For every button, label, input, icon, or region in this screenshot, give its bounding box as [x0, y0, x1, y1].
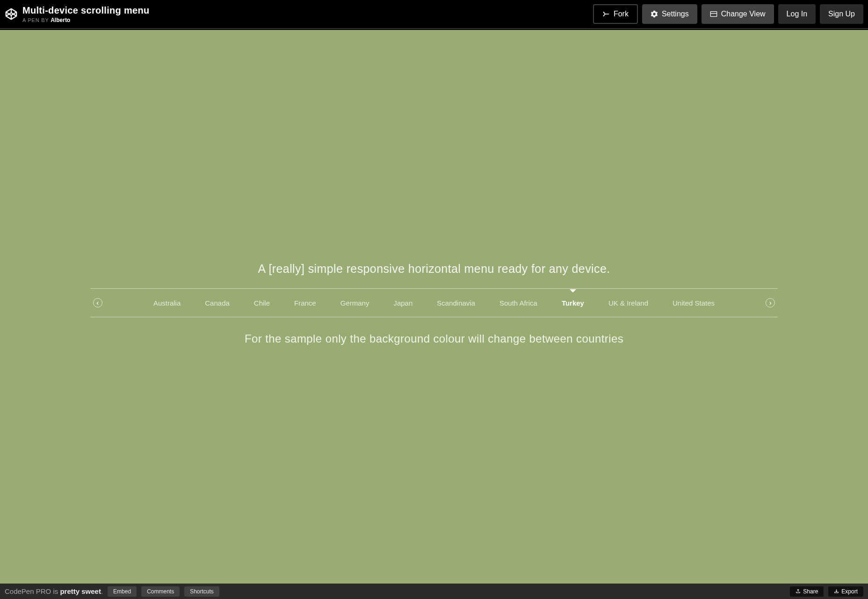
menu-item[interactable]: Australia	[153, 290, 181, 316]
lead-text: A [really] simple responsive horizontal …	[90, 30, 778, 276]
gear-icon	[651, 10, 658, 18]
promo-prefix: CodePen PRO is	[5, 587, 60, 595]
share-icon	[796, 589, 801, 594]
footer-promo[interactable]: CodePen PRO is pretty sweet.	[5, 587, 103, 595]
sub-text: For the sample only the background colou…	[90, 332, 778, 345]
export-label: Export	[841, 588, 858, 595]
chevron-left-icon	[96, 300, 100, 307]
promo-highlight: pretty sweet	[60, 587, 101, 595]
comments-button[interactable]: Comments	[141, 586, 180, 597]
title-block: Multi-device scrolling menu A PEN BY Alb…	[22, 5, 149, 23]
header-actions: Fork Settings Change View Log In Sign Up	[593, 4, 863, 24]
menu-item[interactable]: Turkey	[562, 290, 584, 316]
app-header: Multi-device scrolling menu A PEN BY Alb…	[0, 0, 868, 29]
change-view-button[interactable]: Change View	[702, 4, 774, 24]
menu-item[interactable]: UK & Ireland	[608, 290, 648, 316]
pen-author-link[interactable]: Alberto	[51, 17, 70, 23]
pen-byline: A PEN BY Alberto	[22, 17, 149, 23]
settings-label: Settings	[662, 10, 689, 18]
menu-item[interactable]: Germany	[340, 290, 369, 316]
signup-label: Sign Up	[828, 10, 855, 18]
fork-button[interactable]: Fork	[593, 4, 638, 24]
promo-suffix: .	[101, 587, 103, 595]
share-label: Share	[803, 588, 818, 595]
menu-item[interactable]: Scandinavia	[437, 290, 475, 316]
pen-by-prefix: A PEN BY	[22, 17, 51, 23]
fork-label: Fork	[614, 10, 629, 18]
pen-title[interactable]: Multi-device scrolling menu	[22, 5, 149, 16]
signup-button[interactable]: Sign Up	[820, 4, 863, 24]
scrolling-menu: AustraliaCanadaChileFranceGermanyJapanSc…	[90, 288, 778, 317]
menu-item[interactable]: United States	[673, 290, 715, 316]
menu-item[interactable]: South Africa	[499, 290, 537, 316]
share-button[interactable]: Share	[790, 586, 824, 597]
logo-area: Multi-device scrolling menu A PEN BY Alb…	[5, 5, 149, 23]
menu-item[interactable]: France	[294, 290, 316, 316]
menu-item[interactable]: Japan	[393, 290, 412, 316]
login-button[interactable]: Log In	[778, 4, 816, 24]
menu-item[interactable]: Canada	[205, 290, 230, 316]
menu-items: AustraliaCanadaChileFranceGermanyJapanSc…	[102, 290, 766, 316]
embed-button[interactable]: Embed	[108, 586, 137, 597]
login-label: Log In	[787, 10, 807, 18]
app-footer: CodePen PRO is pretty sweet. Embed Comme…	[0, 584, 868, 599]
menu-scroll-left-button[interactable]	[93, 298, 102, 307]
codepen-logo-icon[interactable]	[5, 7, 18, 21]
layout-icon	[710, 10, 717, 18]
preview-pane: A [really] simple responsive horizontal …	[0, 30, 868, 584]
export-button[interactable]: Export	[828, 586, 863, 597]
settings-button[interactable]: Settings	[642, 4, 697, 24]
svg-rect-3	[710, 12, 716, 17]
fork-icon	[602, 10, 610, 18]
menu-item[interactable]: Chile	[254, 290, 270, 316]
shortcuts-button[interactable]: Shortcuts	[184, 586, 219, 597]
chevron-right-icon	[768, 300, 772, 307]
menu-scroll-right-button[interactable]	[766, 298, 775, 307]
change-view-label: Change View	[721, 10, 766, 18]
export-icon	[834, 589, 839, 594]
